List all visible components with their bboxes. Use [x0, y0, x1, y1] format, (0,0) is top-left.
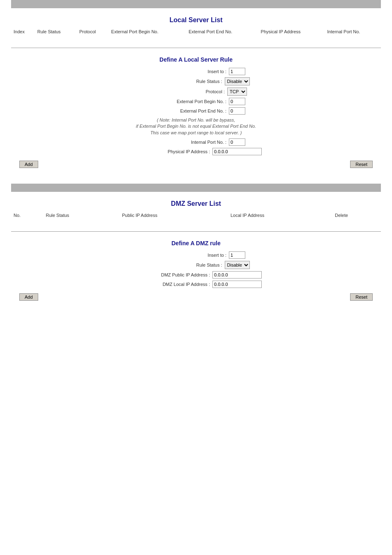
- dmz-public-ip-label: DMZ Public IP Address :: [130, 272, 212, 277]
- ext-port-begin-row: External Port Begin No. :: [11, 98, 381, 105]
- ext-port-end-row: External Port End No. :: [11, 107, 381, 115]
- dmz-local-ip-input[interactable]: [212, 281, 262, 288]
- define-dmz-title: Define A DMZ rule: [11, 240, 381, 246]
- col-ext-port-end: External Port End No.: [186, 28, 258, 35]
- local-server-table-container: Index Rule Status Protocol External Port…: [11, 28, 381, 44]
- col-ext-port-begin: External Port Begin No.: [109, 28, 186, 35]
- dmz-rule-status-select[interactable]: Disable Enable: [225, 261, 250, 269]
- local-server-divider: [11, 48, 381, 48]
- internal-port-row: Internal Port No. :: [11, 138, 381, 146]
- dmz-reset-button[interactable]: Reset: [350, 293, 373, 301]
- local-server-section: Local Server List Index Rule Status Prot…: [11, 16, 381, 175]
- protocol-label: Protocol :: [145, 89, 227, 94]
- local-server-button-row: Add Reset: [11, 157, 381, 171]
- insert-to-label: Insert to :: [147, 69, 229, 74]
- dmz-button-row: Add Reset: [11, 290, 381, 304]
- internal-port-label: Internal Port No. :: [147, 140, 229, 145]
- physical-ip-row: Physical IP Address :: [11, 148, 381, 155]
- insert-to-row: Insert to :: [11, 68, 381, 75]
- dmz-add-button[interactable]: Add: [19, 293, 38, 301]
- ext-port-begin-label: External Port Begin No. :: [147, 99, 229, 104]
- dmz-insert-to-input[interactable]: [229, 251, 245, 259]
- ext-port-begin-input[interactable]: [229, 98, 245, 105]
- physical-ip-input[interactable]: [212, 148, 262, 155]
- physical-ip-label: Physical IP Address :: [130, 149, 212, 154]
- protocol-row: Protocol : TCP UDP: [11, 88, 381, 96]
- rule-status-select[interactable]: Disable Enable: [225, 77, 250, 85]
- dmz-insert-to-row: Insert to :: [11, 251, 381, 259]
- dmz-server-table-container: No. Rule Status Public IP Address Local …: [11, 212, 381, 227]
- define-local-server-title: Define A Local Server Rule: [11, 56, 381, 63]
- local-server-table-header-row: Index Rule Status Protocol External Port…: [11, 28, 381, 35]
- local-server-add-button[interactable]: Add: [19, 161, 38, 168]
- col-protocol: Protocol: [77, 28, 109, 35]
- ext-port-end-input[interactable]: [229, 107, 245, 115]
- dmz-col-rule-status: Rule Status: [43, 212, 119, 219]
- dmz-table-header-row: No. Rule Status Public IP Address Local …: [11, 212, 381, 219]
- dmz-insert-to-label: Insert to :: [147, 253, 229, 258]
- define-local-server-section: Define A Local Server Rule Insert to : R…: [11, 52, 381, 175]
- dmz-public-ip-row: DMZ Public IP Address :: [11, 271, 381, 279]
- internal-port-input[interactable]: [229, 138, 245, 146]
- insert-to-input[interactable]: [229, 68, 245, 75]
- top-gray-bar: [11, 0, 381, 8]
- dmz-divider: [11, 231, 381, 232]
- dmz-empty-row: [11, 219, 381, 227]
- col-physical-ip: Physical IP Address: [258, 28, 325, 35]
- dmz-rule-status-row: Rule Status : Disable Enable: [11, 261, 381, 269]
- dmz-public-ip-input[interactable]: [212, 271, 262, 279]
- dmz-col-no: No.: [11, 212, 43, 219]
- dmz-col-local-ip: Local IP Address: [228, 212, 332, 219]
- local-server-reset-button[interactable]: Reset: [350, 161, 373, 168]
- local-server-empty-row: [11, 35, 381, 44]
- dmz-server-section: DMZ Server List No. Rule Status Public I…: [11, 200, 381, 308]
- col-rule-status: Rule Status: [35, 28, 77, 35]
- dmz-server-table: No. Rule Status Public IP Address Local …: [11, 212, 381, 227]
- local-server-list-title: Local Server List: [11, 16, 381, 24]
- dmz-rule-status-label: Rule Status :: [143, 263, 225, 267]
- dmz-local-ip-label: DMZ Local IP Address :: [130, 282, 212, 287]
- dmz-col-public-ip: Public IP Address: [120, 212, 228, 219]
- local-server-table: Index Rule Status Protocol External Port…: [11, 28, 381, 44]
- bypass-note: ( Note: Internal Port No. will be bypass…: [11, 117, 381, 136]
- middle-gray-bar: [11, 184, 381, 192]
- dmz-server-list-title: DMZ Server List: [11, 200, 381, 207]
- rule-status-row: Rule Status : Disable Enable: [11, 77, 381, 85]
- col-index: Index: [11, 28, 35, 35]
- protocol-select[interactable]: TCP UDP: [227, 88, 247, 96]
- rule-status-label: Rule Status :: [143, 79, 225, 84]
- dmz-col-delete: Delete: [332, 212, 381, 219]
- col-internal-port: Internal Port No.: [325, 28, 381, 35]
- ext-port-end-label: External Port End No. :: [147, 108, 229, 113]
- dmz-local-ip-row: DMZ Local IP Address :: [11, 281, 381, 288]
- define-dmz-section: Define A DMZ rule Insert to : Rule Statu…: [11, 236, 381, 308]
